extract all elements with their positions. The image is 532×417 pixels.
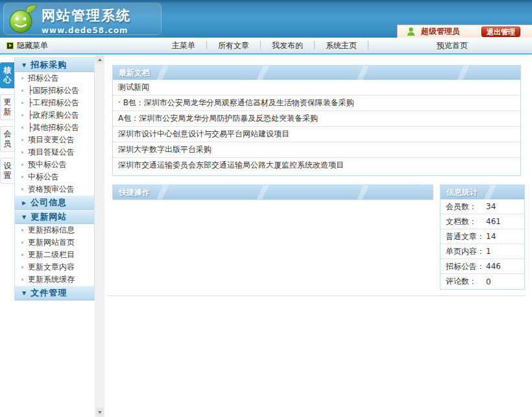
stat-label: 评论数： [446, 276, 486, 287]
main-content: 最新文档 测试新闻 · B包：深圳市公安局龙华分局观察通信器材及生活物资保障装备… [104, 55, 532, 417]
menu-section-file-management[interactable]: ▼ 文件管理 [15, 286, 94, 300]
stat-label: 单页内容： [446, 246, 486, 257]
bullet-icon [21, 188, 23, 190]
stats-header: 信息统计 [441, 185, 524, 199]
nav-item-my-posts[interactable]: 我发布的 [261, 40, 314, 51]
hide-menu-label: 隐藏菜单 [17, 40, 48, 51]
chevron-right-icon: ▶ [22, 200, 26, 206]
sidebar-scrollbar[interactable] [95, 55, 104, 417]
menu-item-label: ├政府采购公告 [28, 110, 79, 121]
bullet-icon [21, 229, 23, 231]
menu-item[interactable]: 中标公告 [15, 171, 94, 183]
menu-item[interactable]: 更新网站首页 [15, 236, 94, 249]
sidebar-menu: ▼ 招标采购 招标公告 ├国际招标公告 ├工程招标公告 ├政府采购公告 ├其他招… [14, 57, 95, 301]
smiley-leaf-logo [6, 3, 38, 36]
menu-item-label: 招标公告 [28, 73, 59, 84]
menu-section-title: 更新网站 [30, 211, 67, 223]
bullet-icon [21, 151, 23, 153]
menu-item[interactable]: 更新系统缓存 [15, 273, 94, 286]
menu-item[interactable]: 更新二级栏目 [15, 249, 94, 261]
sidebar-tabs: 核心 更新 会员 设置 [0, 62, 14, 184]
menu-item[interactable]: 更新招标信息 [15, 224, 94, 236]
menu-item-label: ├国际招标公告 [28, 85, 79, 96]
scroll-down-arrow-icon[interactable] [95, 408, 104, 416]
bullet-icon [21, 139, 23, 141]
sidebar-tab-members[interactable]: 会员 [0, 126, 14, 152]
bullet-icon [21, 77, 23, 79]
menu-item-label: ├其他招标公告 [28, 122, 79, 133]
content-bottom-divider [108, 296, 526, 296]
menu-section-update-site[interactable]: ▼ 更新网站 [15, 210, 94, 224]
menu-section-title: 招标采购 [30, 59, 67, 71]
bullet-icon [21, 242, 23, 244]
stat-row: 单页内容： 1 [441, 244, 524, 259]
stat-label: 普通文章： [446, 231, 486, 242]
app-subtitle: www.dede58.com [42, 26, 131, 35]
user-panel: 超级管理员 退出管理 [397, 25, 532, 38]
stat-row: 文档数： 461 [441, 214, 524, 229]
menu-item[interactable]: 招标公告 [15, 72, 94, 84]
menu-item-label: ├工程招标公告 [28, 97, 79, 108]
doc-list-item[interactable]: A包：深圳市公安局龙华分局防护防暴及反恐处突装备采购 [113, 111, 520, 127]
nav-item-system-home[interactable]: 系统主页 [315, 40, 368, 51]
sidebar-tab-settings[interactable]: 设置 [0, 158, 14, 184]
stat-row: 评论数： 0 [441, 274, 524, 289]
stat-row: 会员数： 34 [441, 199, 524, 214]
hide-menu-icon [6, 42, 14, 49]
menu-item[interactable]: 资格预审公告 [15, 183, 94, 196]
top-navbar: 隐藏菜单 主菜单 所有文章 我发布的 系统主页 预览首页 [0, 38, 532, 55]
sidebar-tab-core[interactable]: 核心 [0, 62, 14, 88]
chevron-down-icon: ▼ [22, 290, 26, 296]
bullet-icon [21, 266, 23, 268]
chevron-down-icon: ▼ [22, 214, 26, 220]
workspace: 核心 更新 会员 设置 ▼ 招标采购 招标公告 ├国际招标公告 ├工程招标公告 … [0, 55, 532, 417]
latest-docs-header: 最新文档 [113, 66, 520, 80]
logout-button[interactable]: 退出管理 [481, 27, 520, 37]
menu-item[interactable]: ├其他招标公告 [15, 121, 94, 134]
nav-item-main-menu[interactable]: 主菜单 [161, 40, 206, 51]
menu-item-label: 更新招标信息 [28, 225, 75, 236]
doc-list-item[interactable]: 深圳大学数字出版平台采购 [113, 142, 520, 158]
menu-item-label: 项目答疑公告 [28, 147, 75, 158]
sidebar-tab-update[interactable]: 更新 [0, 94, 14, 120]
stats-panel: 信息统计 会员数： 34 文档数： 461 普通文章： 14 单页内容： 1 招… [440, 184, 525, 290]
menu-item[interactable]: ├国际招标公告 [15, 84, 94, 97]
stat-value: 0 [486, 277, 491, 286]
doc-list-item[interactable]: 测试新闻 [113, 80, 520, 95]
navbar-menu: 主菜单 所有文章 我发布的 系统主页 预览首页 [161, 38, 479, 53]
bullet-icon [21, 127, 23, 129]
menu-item[interactable]: ├工程招标公告 [15, 97, 94, 109]
menu-item-label: 项目变更公告 [28, 134, 75, 145]
doc-list-item[interactable]: 深圳市设计中心创意设计与交易平台网站建设项目 [113, 127, 520, 142]
scroll-up-arrow-icon[interactable] [95, 55, 104, 64]
menu-item[interactable]: 预中标公告 [15, 158, 94, 171]
doc-list-item[interactable]: · B包：深圳市公安局龙华分局观察通信器材及生活物资保障装备采购 [113, 95, 520, 111]
bullet-icon [21, 90, 23, 92]
menu-item-label: 更新系统缓存 [28, 274, 75, 285]
stat-label: 会员数： [446, 201, 486, 212]
logged-in-user-name: 超级管理员 [421, 26, 460, 37]
chevron-down-icon: ▼ [22, 62, 26, 68]
stat-label: 招标公告： [446, 261, 486, 272]
bullet-icon [21, 279, 23, 281]
stat-value: 1 [486, 247, 491, 256]
menu-section-title: 公司信息 [30, 197, 67, 208]
menu-item[interactable]: ├政府采购公告 [15, 109, 94, 121]
menu-section-company-info[interactable]: ▶ 公司信息 [15, 196, 94, 210]
menu-item[interactable]: 项目答疑公告 [15, 146, 94, 158]
stat-row: 招标公告： 446 [441, 259, 524, 274]
stat-value: 461 [486, 217, 501, 226]
app-title: 网站管理系统 [42, 6, 131, 25]
menu-section-bidding[interactable]: ▼ 招标采购 [15, 58, 94, 72]
doc-list-item[interactable]: 深圳市交通运输委员会东部交通运输局公路大厦监控系统改造项目 [113, 158, 520, 173]
hide-menu-toggle[interactable]: 隐藏菜单 [6, 40, 48, 51]
stat-row: 普通文章： 14 [441, 229, 524, 244]
quick-actions-header: 快捷操作 [113, 185, 433, 199]
brand-block: 网站管理系统 www.dede58.com [42, 6, 131, 35]
menu-item[interactable]: 更新文章内容 [15, 261, 94, 273]
latest-docs-panel: 最新文档 测试新闻 · B包：深圳市公安局龙华分局观察通信器材及生活物资保障装备… [112, 65, 521, 176]
nav-item-all-articles[interactable]: 所有文章 [207, 40, 260, 51]
quick-actions-panel: 快捷操作 [112, 184, 433, 200]
nav-item-preview-home[interactable]: 预览首页 [426, 40, 479, 51]
menu-item[interactable]: 项目变更公告 [15, 134, 94, 146]
